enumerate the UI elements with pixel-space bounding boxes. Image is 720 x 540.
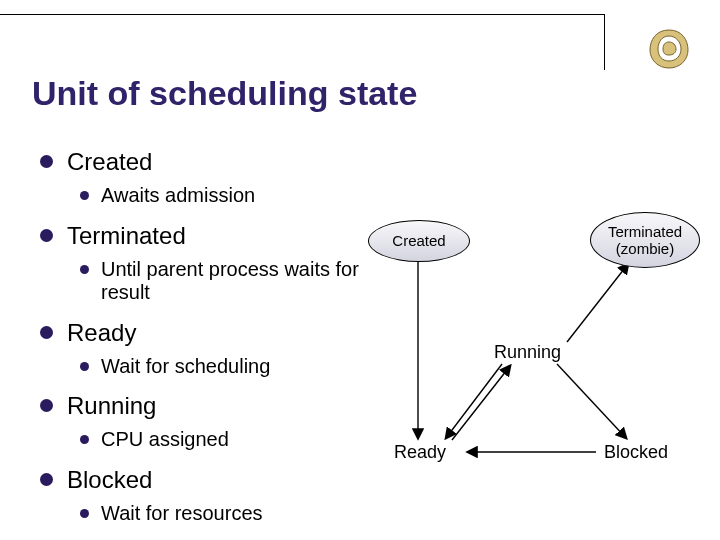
bullet-icon: [80, 191, 89, 200]
bullet-icon: [40, 229, 53, 242]
bullet-icon: [40, 473, 53, 486]
node-label-line: Terminated: [608, 223, 682, 240]
svg-line-3: [557, 364, 626, 438]
subitem-label: Wait for scheduling: [101, 355, 270, 379]
list-item: Terminated: [40, 222, 360, 250]
bullet-icon: [80, 362, 89, 371]
list-item: Blocked: [40, 466, 360, 494]
node-ready: Ready: [394, 442, 446, 463]
subitem-label: Until parent process waits for result: [101, 258, 360, 305]
node-running: Running: [494, 342, 561, 363]
bullet-icon: [80, 435, 89, 444]
list-subitem: CPU assigned: [80, 428, 360, 452]
svg-line-2: [446, 364, 502, 438]
node-created: Created: [368, 220, 470, 262]
list-subitem: Wait for scheduling: [80, 355, 360, 379]
bullet-icon: [40, 326, 53, 339]
list-subitem: Awaits admission: [80, 184, 360, 208]
shell-icon: [646, 26, 692, 70]
header-rule-vertical: [604, 14, 605, 70]
item-label: Created: [67, 148, 152, 176]
subitem-label: Awaits admission: [101, 184, 255, 208]
list-item: Running: [40, 392, 360, 420]
bullet-icon: [40, 399, 53, 412]
item-label: Blocked: [67, 466, 152, 494]
subitem-label: CPU assigned: [101, 428, 229, 452]
node-blocked: Blocked: [604, 442, 668, 463]
bullet-icon: [80, 509, 89, 518]
list-item: Created: [40, 148, 360, 176]
subitem-label: Wait for resources: [101, 502, 263, 526]
node-label: Terminated (zombie): [608, 223, 682, 258]
item-label: Terminated: [67, 222, 186, 250]
svg-line-1: [452, 366, 510, 440]
svg-line-5: [567, 264, 628, 342]
list-item: Ready: [40, 319, 360, 347]
slide-title: Unit of scheduling state: [32, 74, 417, 113]
node-terminated: Terminated (zombie): [590, 212, 700, 268]
item-label: Running: [67, 392, 156, 420]
node-label-line: (zombie): [616, 240, 674, 257]
bullet-list: Created Awaits admission Terminated Unti…: [40, 148, 360, 526]
bullet-icon: [80, 265, 89, 274]
list-subitem: Until parent process waits for result: [80, 258, 360, 305]
list-subitem: Wait for resources: [80, 502, 360, 526]
state-diagram: Created Terminated (zombie) Running Read…: [360, 194, 704, 514]
node-label: Created: [392, 232, 445, 249]
bullet-icon: [40, 155, 53, 168]
header-rule: [0, 14, 604, 15]
item-label: Ready: [67, 319, 136, 347]
